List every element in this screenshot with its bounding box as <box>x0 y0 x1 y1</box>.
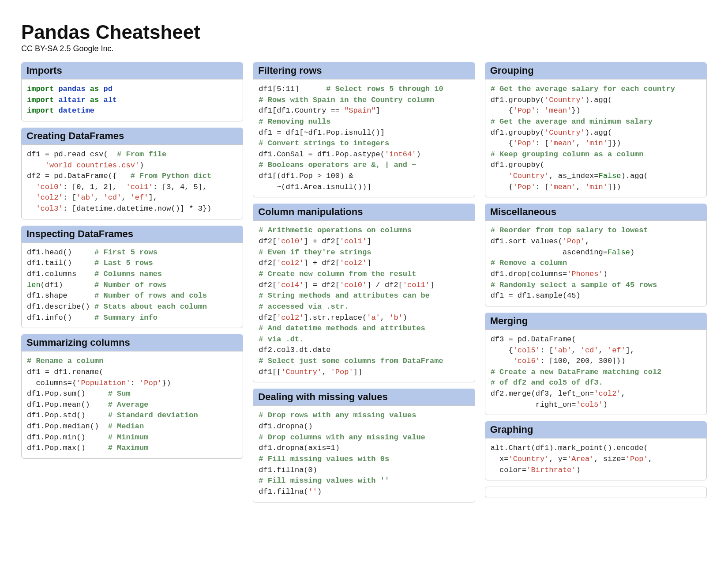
code-creating: df1 = pd.read_csv( # From file 'world_co… <box>21 144 243 219</box>
empty-box <box>485 487 707 498</box>
section-header-grouping: Grouping <box>485 62 707 79</box>
code-filtering: df1[5:11] # Select rows 5 through 10 # R… <box>253 79 475 197</box>
section-header-misc: Miscellaneous <box>485 204 707 220</box>
section-merging: Merging df3 = pd.DataFrame( {'col5': ['a… <box>485 313 707 415</box>
section-header-missing: Dealing with missing values <box>253 389 475 405</box>
section-header-creating: Creating DataFrames <box>21 128 243 144</box>
code-grouping: # Get the average salary for each countr… <box>485 79 707 197</box>
section-misc: Miscellaneous # Reorder from top salary … <box>485 204 707 306</box>
code-graphing: alt.Chart(df1).mark_point().encode( x='C… <box>485 438 707 480</box>
column-3: Grouping # Get the average salary for ea… <box>485 62 707 498</box>
section-grouping: Grouping # Get the average salary for ea… <box>485 62 707 197</box>
section-summarizing: Summarizing columns # Rename a column df… <box>21 334 243 459</box>
section-header-columns: Column manipulations <box>253 204 475 220</box>
code-inspecting: df1.head() # First 5 rows df1.tail() # L… <box>21 242 243 328</box>
code-summarizing: # Rename a column df1 = df1.rename( colu… <box>21 351 243 459</box>
section-graphing: Graphing alt.Chart(df1).mark_point().enc… <box>485 421 707 480</box>
section-missing: Dealing with missing values # Drop rows … <box>253 389 475 502</box>
column-1: Imports import pandas as pd import altai… <box>21 62 243 459</box>
license-subtitle: CC BY-SA 2.5 Google Inc. <box>21 44 707 53</box>
section-header-merging: Merging <box>485 313 707 329</box>
code-imports: import pandas as pd import altair as alt… <box>21 79 243 121</box>
section-creating: Creating DataFrames df1 = pd.read_csv( #… <box>21 128 243 219</box>
columns-container: Imports import pandas as pd import altai… <box>21 62 707 503</box>
section-header-inspecting: Inspecting DataFrames <box>21 226 243 242</box>
section-header-filtering: Filtering rows <box>253 62 475 79</box>
section-header-graphing: Graphing <box>485 421 707 438</box>
section-filtering: Filtering rows df1[5:11] # Select rows 5… <box>253 62 475 197</box>
code-misc: # Reorder from top salary to lowest df1.… <box>485 220 707 306</box>
page-title: Pandas Cheatsheet <box>21 21 707 43</box>
code-columns: # Arithmetic operations on columns df2['… <box>253 220 475 382</box>
code-missing: # Drop rows with any missing values df1.… <box>253 405 475 502</box>
section-header-summarizing: Summarizing columns <box>21 334 243 351</box>
column-2: Filtering rows df1[5:11] # Select rows 5… <box>253 62 475 503</box>
section-header-imports: Imports <box>21 62 243 79</box>
code-merging: df3 = pd.DataFrame( {'col5': ['ab', 'cd'… <box>485 329 707 415</box>
section-imports: Imports import pandas as pd import altai… <box>21 62 243 121</box>
section-columns: Column manipulations # Arithmetic operat… <box>253 204 475 382</box>
section-inspecting: Inspecting DataFrames df1.head() # First… <box>21 226 243 328</box>
